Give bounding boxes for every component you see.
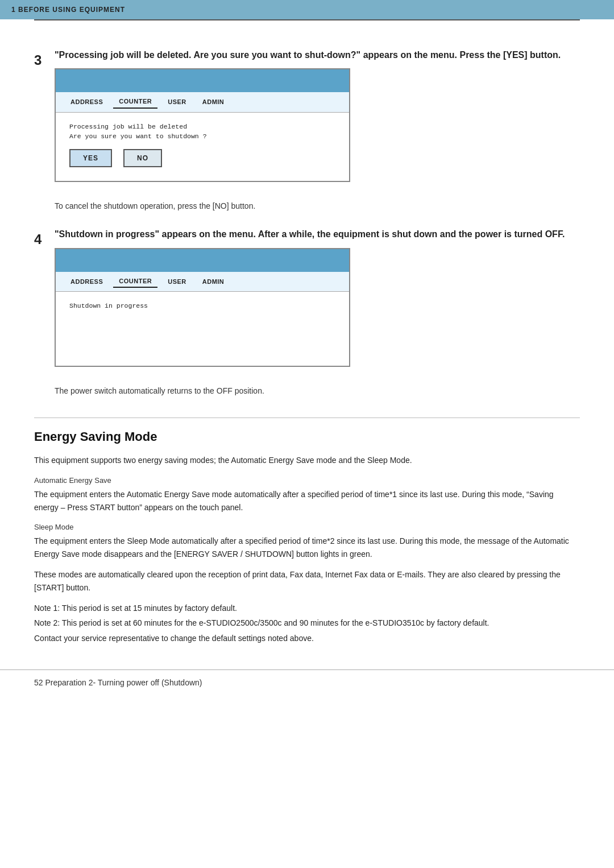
header-label: 1 Before Using Equipment bbox=[11, 6, 125, 14]
screen-body-1: Processing job will be deleted Are you s… bbox=[56, 113, 349, 181]
step4-block: 4 "Shutdown in progress" appears on the … bbox=[34, 228, 580, 375]
energy-section-heading: Energy Saving Mode bbox=[34, 427, 580, 446]
step3-number: 3 bbox=[34, 50, 55, 71]
energy-intro: This equipment supports two energy savin… bbox=[34, 454, 580, 466]
auto-save-heading: Automatic Energy Save bbox=[34, 475, 580, 486]
section-divider bbox=[34, 418, 580, 418]
tab-admin-2: ADMIN bbox=[197, 276, 230, 288]
sleep-mode-heading: Sleep Mode bbox=[34, 522, 580, 533]
tab-admin-1: ADMIN bbox=[197, 96, 230, 108]
step3-block: 3 "Processing job will be deleted. Are y… bbox=[34, 49, 580, 190]
screen-mockup-2: ADDRESS COUNTER USER ADMIN Shutdown in p… bbox=[55, 248, 350, 367]
tab-user-1: USER bbox=[162, 96, 192, 108]
tab-counter-1: COUNTER bbox=[113, 96, 157, 109]
cleared-text: These modes are automatically cleared up… bbox=[34, 568, 580, 594]
step3-text: "Processing job will be deleted. Are you… bbox=[55, 49, 580, 190]
note1: Note 1: This period is set at 15 minutes… bbox=[34, 602, 580, 614]
cancel-note: To cancel the shutdown operation, press … bbox=[55, 200, 580, 212]
main-content: 3 "Processing job will be deleted. Are y… bbox=[0, 32, 614, 669]
screen-tabs-1: ADDRESS COUNTER USER ADMIN bbox=[56, 92, 349, 113]
screen-top-bar-2 bbox=[56, 249, 349, 272]
screen-mockup-1: ADDRESS COUNTER USER ADMIN Processing jo… bbox=[55, 68, 350, 182]
screen-top-bar-1 bbox=[56, 69, 349, 92]
step3-heading: "Processing job will be deleted. Are you… bbox=[55, 49, 580, 61]
top-divider bbox=[34, 19, 580, 20]
step4-text: "Shutdown in progress" appears on the me… bbox=[55, 228, 580, 375]
footer: 52 Preparation 2- Turning power off (Shu… bbox=[0, 669, 614, 696]
footer-left: 52 Preparation 2- Turning power off (Shu… bbox=[34, 677, 202, 689]
step4-heading: "Shutdown in progress" appears on the me… bbox=[55, 228, 580, 241]
auto-save-text: The equipment enters the Automatic Energ… bbox=[34, 488, 580, 514]
sleep-mode-text: The equipment enters the Sleep Mode auto… bbox=[34, 535, 580, 560]
tab-counter-2: COUNTER bbox=[113, 275, 157, 288]
tab-user-2: USER bbox=[162, 276, 192, 288]
step4-number: 4 bbox=[34, 229, 55, 250]
yes-button[interactable]: YES bbox=[69, 149, 112, 167]
note2: Note 2: This period is set at 60 minutes… bbox=[34, 617, 580, 629]
screen-body-2: Shutdown in progress bbox=[56, 292, 349, 366]
no-button[interactable]: NO bbox=[123, 149, 162, 167]
header-bar: 1 Before Using Equipment bbox=[0, 0, 614, 19]
power-note: The power switch automatically returns t… bbox=[55, 385, 580, 397]
tab-address-2: ADDRESS bbox=[65, 276, 109, 288]
screen-buttons-1: YES NO bbox=[69, 149, 335, 167]
note3: Contact your service representative to c… bbox=[34, 632, 580, 644]
screen-message-1: Processing job will be deleted Are you s… bbox=[69, 122, 335, 142]
tab-address-1: ADDRESS bbox=[65, 96, 109, 108]
screen-tabs-2: ADDRESS COUNTER USER ADMIN bbox=[56, 272, 349, 292]
screen-message-2: Shutdown in progress bbox=[69, 301, 335, 311]
